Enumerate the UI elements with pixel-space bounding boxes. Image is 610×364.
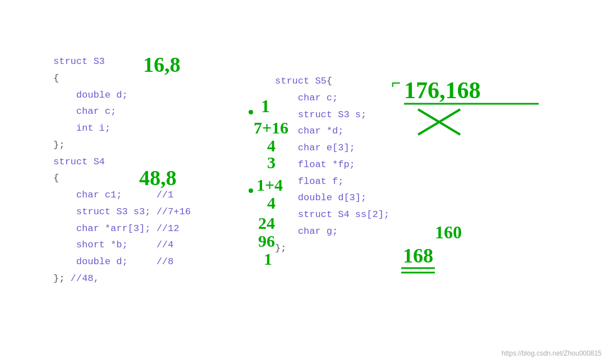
code-line: short *b; //4 — [53, 237, 191, 254]
code-line: char e[3]; — [275, 140, 389, 156]
code-line: }; — [53, 137, 191, 154]
calc-4b: 4 — [267, 193, 276, 212]
calc-4: 4 — [267, 136, 276, 155]
svg-line-2 — [418, 109, 460, 135]
calc-96: 96 — [258, 232, 275, 250]
code-line: float *fp; — [275, 156, 389, 173]
svg-point-5 — [249, 110, 253, 114]
code-line: char c; — [53, 103, 191, 120]
code-left-block: struct S3 { double d; char c; int i; }; … — [53, 53, 191, 287]
s5-final-size: 168 — [403, 245, 433, 267]
code-line: double d; //8 — [53, 254, 191, 270]
code-line: float f; — [275, 173, 389, 190]
code-line: { — [53, 170, 191, 187]
watermark: https://blog.csdn.net/Zhou000815 — [502, 349, 602, 357]
code-line: struct S4 — [53, 154, 191, 171]
svg-line-1 — [418, 109, 460, 135]
code-line: struct S4 ss[2]; — [275, 206, 389, 223]
svg-text:⌐: ⌐ — [391, 73, 401, 92]
code-line: char c1; //1 — [53, 187, 191, 204]
code-line: struct S3 — [53, 53, 191, 70]
s4-ss2-size: 160 — [435, 222, 462, 242]
code-line: char *d; — [275, 123, 389, 140]
code-line: int i; — [53, 120, 191, 137]
code-line: }; //48, — [53, 270, 191, 287]
code-line: double d; — [53, 87, 191, 104]
code-line: double d[3]; — [275, 190, 389, 206]
calc-1: 1 — [261, 96, 270, 116]
code-line: struct S5{ — [275, 73, 389, 90]
calc-3: 3 — [267, 153, 276, 172]
code-line: struct S3 s; — [275, 107, 389, 123]
svg-point-6 — [249, 188, 253, 193]
code-line: { — [53, 70, 191, 87]
calc-1b: 1 — [264, 250, 272, 268]
code-line: char c; — [275, 90, 389, 107]
code-line: }; — [275, 240, 389, 257]
calc-24: 24 — [258, 214, 275, 232]
code-line: struct S3 s3; //7+16 — [53, 204, 191, 220]
code-line: char g; — [275, 223, 389, 240]
s5-size-annotation: 176,168 — [404, 77, 481, 103]
code-right-block: struct S5{ char c; struct S3 s; char *d;… — [275, 73, 389, 256]
code-line: char *arr[3]; //12 — [53, 220, 191, 237]
